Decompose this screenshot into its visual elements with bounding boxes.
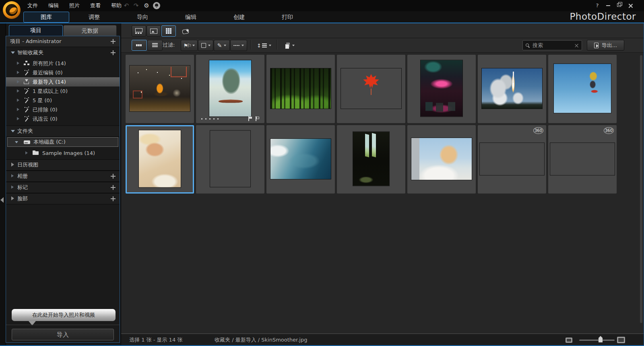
sidebar-tab-project[interactable]: 项目 xyxy=(9,25,63,36)
rotate-button[interactable] xyxy=(179,25,193,37)
photo-thumbnail-skateboarder[interactable] xyxy=(548,55,617,123)
clear-search-icon[interactable] xyxy=(575,43,579,47)
collapse-sidebar-icon[interactable] xyxy=(0,197,4,203)
search-box[interactable] xyxy=(522,40,582,50)
sidebar-item-recently-edited[interactable]: 最近编辑 (0) xyxy=(6,68,120,77)
expander-icon[interactable] xyxy=(17,62,19,65)
minimize-button[interactable] xyxy=(604,2,613,10)
vertical-scrollbar[interactable] xyxy=(640,55,642,323)
photo-thumbnail-city-panorama[interactable]: 360 xyxy=(478,125,546,194)
close-button[interactable] xyxy=(626,2,635,10)
zoom-out-thumbnail-icon[interactable] xyxy=(566,338,572,343)
photodirector-window: 文件 编辑 照片 查看 帮助 ↶ ↷ ⚙ ? 图库 调整 导向 编辑 创建 打印… xyxy=(0,0,644,346)
photo-thumbnail-neon-cafe[interactable] xyxy=(407,55,476,123)
add-tag-icon[interactable] xyxy=(110,185,116,190)
undo-icon[interactable]: ↶ xyxy=(122,1,131,10)
search-input[interactable] xyxy=(532,42,572,49)
more-filter-button[interactable] xyxy=(230,40,247,51)
expander-icon[interactable] xyxy=(17,89,19,93)
photo-thumbnail-church-window[interactable] xyxy=(337,125,405,194)
photo-thumbnail-woman-outdoors[interactable] xyxy=(407,125,476,194)
import-button[interactable]: 导入 xyxy=(12,329,114,340)
zoom-in-thumbnail-icon[interactable] xyxy=(617,337,625,343)
chevron-down-icon xyxy=(192,45,195,46)
redo-icon[interactable]: ↷ xyxy=(131,1,141,10)
label-filter-icon xyxy=(201,43,206,48)
photo-thumbnail-limestone-island[interactable] xyxy=(196,55,264,123)
add-smart-collection-icon[interactable] xyxy=(110,50,116,56)
help-button[interactable]: ? xyxy=(593,2,602,10)
label-filter-button[interactable] xyxy=(198,40,213,51)
tab-adjust[interactable]: 调整 xyxy=(76,12,112,22)
menu-view[interactable]: 查看 xyxy=(88,2,103,9)
tab-print[interactable]: 打印 xyxy=(269,12,305,22)
gear-icon[interactable]: ⚙ xyxy=(142,1,151,10)
sidebar-item-5-star[interactable]: 5 星 (0) xyxy=(6,96,120,105)
photo-thumbnail-woman-laughing[interactable] xyxy=(196,125,264,194)
bell-icon[interactable] xyxy=(153,2,160,9)
360-badge: 360 xyxy=(533,127,543,134)
sidebar-tab-metadata[interactable]: 元数据 xyxy=(63,25,117,36)
menu-file[interactable]: 文件 xyxy=(25,2,40,9)
photo-thumbnail-basketball-dunk[interactable] xyxy=(126,55,194,123)
thumbnail-size-slider-track[interactable] xyxy=(579,340,615,341)
photo-thumbnail-ocean-wave[interactable] xyxy=(266,125,335,194)
edited-filter-button[interactable]: ✎ xyxy=(214,40,230,51)
menu-photo[interactable]: 照片 xyxy=(67,2,82,9)
folders-header[interactable]: 文件夹 xyxy=(6,126,120,137)
add-project-icon[interactable] xyxy=(110,39,116,44)
tab-edit[interactable]: 编辑 xyxy=(173,12,209,22)
reject-flag-icon[interactable] xyxy=(255,116,260,121)
photo-thumbnail-woman-smiling-selected[interactable] xyxy=(126,125,194,194)
expander-icon[interactable] xyxy=(17,80,19,83)
tab-create[interactable]: 创建 xyxy=(221,12,257,22)
sidebar-item-cyberlink-cloud[interactable]: 讯连云 (0) xyxy=(6,114,120,124)
grid-view-button[interactable] xyxy=(161,25,176,37)
single-view-button[interactable] xyxy=(147,25,161,37)
albums-header[interactable]: 相册 xyxy=(6,171,120,182)
tab-library[interactable]: 图库 xyxy=(23,12,69,23)
smart-collection-header[interactable]: 智能收藏夹 xyxy=(6,47,120,58)
photo-thumbnail-trail-panorama[interactable]: 360 xyxy=(548,125,617,194)
add-album-icon[interactable] xyxy=(110,173,116,179)
project-panel: 项目 - Administrator 智能收藏夹 所有照片 (14) 最近编辑 … xyxy=(6,36,120,343)
thumbnail-size-slider-handle[interactable] xyxy=(599,336,603,342)
calendar-view-header[interactable]: 日历视图 xyxy=(6,159,120,171)
faces-header[interactable]: 脸部 xyxy=(6,193,120,204)
photo-skateboarder-jump xyxy=(554,64,611,113)
sidebar-item-1-star-up[interactable]: 1 星或以上 (0) xyxy=(6,86,120,96)
tab-guided[interactable]: 导向 xyxy=(124,12,161,22)
flag-icon[interactable] xyxy=(248,116,252,121)
thumbnail-view-button[interactable] xyxy=(132,40,147,51)
expander-icon[interactable] xyxy=(17,71,19,74)
photo-thumbnail-rocket-launch[interactable] xyxy=(478,55,546,123)
sidebar-item-sample-images[interactable]: Sample Images (14) xyxy=(6,148,120,158)
photo-thumbnail-forest[interactable] xyxy=(266,55,335,123)
menu-edit[interactable]: 编辑 xyxy=(46,2,61,9)
stack-button[interactable] xyxy=(280,40,299,51)
sort-button[interactable]: ↕ xyxy=(254,40,274,51)
rating-dots[interactable] xyxy=(201,118,202,119)
list-view-button[interactable] xyxy=(147,40,163,51)
project-header-label: 项目 - Administrator xyxy=(10,36,62,47)
expander-icon[interactable] xyxy=(25,151,28,154)
add-face-icon[interactable] xyxy=(110,196,116,202)
sidebar-item-latest-import[interactable]: 最新导入 (14) xyxy=(6,77,120,86)
flag-filter-button[interactable]: ⚑⚐ xyxy=(181,40,198,51)
photo-thumbnail-maple-leaf[interactable] xyxy=(337,55,405,123)
chevron-right-icon xyxy=(11,185,14,189)
sidebar-item-rejected[interactable]: 已排除 (0) xyxy=(6,105,120,114)
close-icon xyxy=(628,3,633,8)
tags-header[interactable]: 标记 xyxy=(6,182,120,193)
export-button[interactable]: 导出... xyxy=(587,40,624,51)
expander-icon[interactable] xyxy=(17,108,19,111)
maximize-button[interactable] xyxy=(615,2,623,10)
expander-icon[interactable] xyxy=(17,99,19,102)
expander-icon[interactable] xyxy=(17,117,19,120)
chevron-down-icon xyxy=(292,45,295,46)
sidebar-item-local-disk-c[interactable]: 本地磁盘 (C:) xyxy=(7,137,118,147)
item-label: 所有照片 (14) xyxy=(33,59,66,68)
browse-view-button[interactable] xyxy=(132,25,146,37)
sidebar-item-all-photos[interactable]: 所有照片 (14) xyxy=(6,59,120,68)
sidebar-collapse-strip[interactable] xyxy=(0,23,6,346)
